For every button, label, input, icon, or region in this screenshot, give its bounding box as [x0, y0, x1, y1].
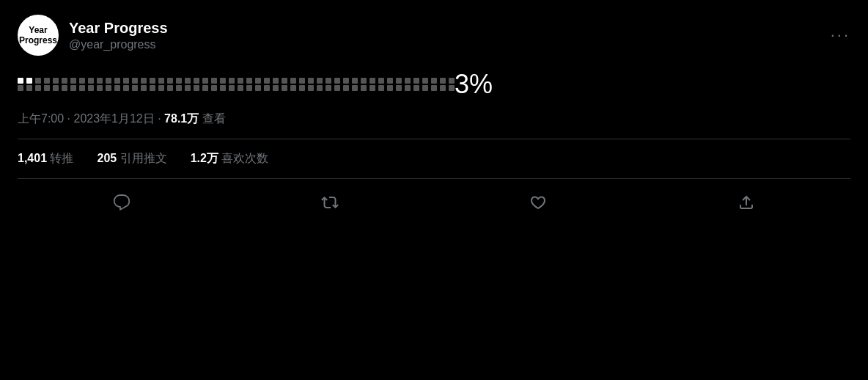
progress-dot	[317, 85, 323, 91]
progress-dot	[132, 85, 138, 91]
progress-dot	[220, 78, 226, 84]
progress-dot	[282, 78, 287, 84]
progress-dot	[282, 85, 287, 91]
quotes-stat[interactable]: 205 引用推文	[98, 151, 167, 167]
progress-dot	[26, 78, 32, 84]
progress-dot	[97, 78, 103, 84]
progress-dot	[326, 78, 331, 84]
username: @year_progress	[69, 38, 168, 51]
progress-dot	[255, 85, 261, 91]
reply-icon	[113, 194, 130, 211]
progress-dot	[290, 85, 296, 91]
profile-section: YearProgress Year Progress @year_progres…	[18, 15, 168, 56]
progress-dots	[18, 78, 443, 91]
progress-dot	[378, 85, 384, 91]
more-options-button[interactable]: ···	[831, 26, 850, 45]
progress-dot	[422, 85, 428, 91]
progress-dot	[273, 78, 279, 84]
progress-dot	[141, 85, 147, 91]
progress-dot	[449, 78, 455, 84]
progress-dot	[114, 78, 120, 84]
progress-dot	[440, 78, 446, 84]
tweet-actions	[18, 178, 850, 226]
progress-dot	[255, 78, 261, 84]
progress-dot	[70, 85, 76, 91]
progress-dot	[431, 85, 437, 91]
progress-dot	[352, 78, 358, 84]
progress-dot	[229, 85, 235, 91]
progress-dot	[308, 85, 314, 91]
progress-dot	[290, 78, 296, 84]
progress-dot	[449, 85, 455, 91]
reply-button[interactable]	[104, 185, 139, 220]
progress-dot	[299, 78, 305, 84]
progress-dot	[150, 85, 155, 91]
progress-dot	[106, 78, 111, 84]
progress-dot	[413, 85, 419, 91]
progress-dot	[387, 78, 393, 84]
like-button[interactable]	[521, 185, 556, 220]
tweet-container: YearProgress Year Progress @year_progres…	[0, 0, 868, 380]
progress-dot	[132, 78, 138, 84]
progress-dot	[70, 78, 76, 84]
progress-line: 3%	[18, 69, 850, 100]
progress-dot	[334, 85, 340, 91]
progress-dot	[167, 85, 173, 91]
progress-dot	[185, 85, 191, 91]
progress-dot	[18, 78, 23, 84]
quotes-label: 引用推文	[117, 152, 166, 164]
progress-dot	[35, 78, 41, 84]
retweet-icon	[321, 194, 339, 211]
likes-label: 喜欢次数	[218, 152, 268, 164]
likes-stat[interactable]: 1.2万 喜欢次数	[191, 151, 269, 167]
like-icon	[529, 194, 547, 211]
progress-dot	[431, 78, 437, 84]
quotes-count: 205	[98, 152, 117, 164]
progress-dot	[194, 78, 199, 84]
progress-dot	[97, 85, 103, 91]
progress-dot	[26, 85, 32, 91]
progress-dot	[238, 78, 243, 84]
progress-dot	[264, 85, 270, 91]
progress-dot	[211, 85, 217, 91]
progress-dot	[396, 78, 402, 84]
progress-dot	[106, 85, 111, 91]
tweet-stats: 1,401 转推 205 引用推文 1.2万 喜欢次数	[18, 151, 850, 167]
share-icon	[738, 194, 755, 211]
progress-dot	[369, 78, 375, 84]
display-name: Year Progress	[69, 20, 168, 37]
views-label: 查看	[199, 112, 225, 125]
progress-dot	[123, 85, 129, 91]
progress-dot	[194, 85, 199, 91]
progress-dot	[387, 85, 393, 91]
progress-dot	[202, 85, 208, 91]
progress-dot	[114, 85, 120, 91]
progress-dot	[334, 78, 340, 84]
share-button[interactable]	[729, 185, 764, 220]
retweets-label: 转推	[47, 152, 73, 164]
progress-dot	[352, 85, 358, 91]
retweets-stat[interactable]: 1,401 转推	[18, 151, 74, 167]
progress-dot	[167, 78, 173, 84]
progress-dot	[361, 85, 367, 91]
progress-dot	[18, 85, 23, 91]
progress-dot	[176, 85, 182, 91]
progress-dot	[141, 78, 147, 84]
progress-percent: 3%	[455, 69, 493, 100]
progress-dot	[79, 78, 85, 84]
progress-dot	[264, 78, 270, 84]
progress-dot	[88, 78, 94, 84]
progress-dot	[62, 78, 67, 84]
progress-dot	[405, 85, 411, 91]
views-count: 78.1万	[164, 112, 199, 125]
progress-dot	[246, 85, 252, 91]
progress-dot	[158, 78, 164, 84]
progress-dot	[317, 78, 323, 84]
progress-dot	[369, 85, 375, 91]
progress-dot	[211, 78, 217, 84]
retweet-button[interactable]	[312, 185, 347, 220]
progress-dot	[185, 78, 191, 84]
progress-dot	[176, 78, 182, 84]
avatar[interactable]: YearProgress	[18, 15, 59, 56]
progress-dot	[238, 85, 243, 91]
